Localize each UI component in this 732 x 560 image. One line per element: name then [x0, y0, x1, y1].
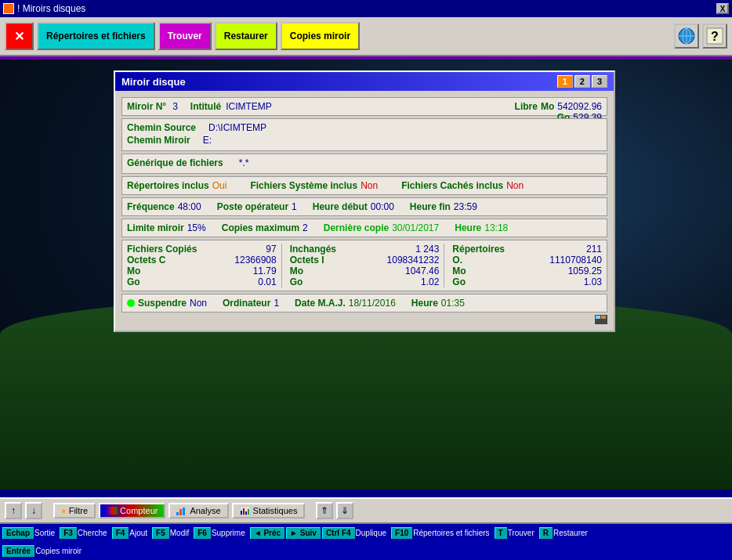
- shortcut-f4[interactable]: F4 Ajout: [112, 527, 150, 539]
- copies-max-value: 2: [303, 222, 308, 233]
- svg-rect-11: [183, 508, 185, 515]
- status-dot: [127, 299, 135, 307]
- toolbar: ✕ Répertoires et fichiers Trouver Restau…: [0, 17, 732, 56]
- shortcut-row-2: Entrée Copies miroir: [0, 542, 732, 560]
- scroll-down-button[interactable]: ↓: [25, 502, 42, 519]
- frequence-section: Fréquence 48:00 Poste opérateur 1 Heure …: [121, 197, 607, 216]
- svg-rect-13: [241, 511, 242, 515]
- title-text: ! Miroirs disques: [17, 3, 85, 14]
- help-icon[interactable]: ?: [702, 23, 727, 49]
- fichiers-copies-value: 97: [266, 244, 276, 255]
- mo-c-label: Mo: [127, 266, 140, 276]
- svg-rect-8: [601, 316, 606, 319]
- fichiers-systeme-label: Fichiers Système inclus: [250, 180, 357, 191]
- go-r-value: 1.03: [584, 276, 602, 287]
- trouver-button[interactable]: Trouver: [158, 22, 212, 50]
- fichiers-caches-value: Non: [506, 180, 524, 191]
- inchanges-label: Inchangés: [290, 244, 336, 255]
- inchanges-value: 1 243: [415, 244, 439, 255]
- miroir-info-section: Miroir N° 3 Intitulé ICIMTEMP Libre Mo 5…: [121, 97, 607, 116]
- shortcut-f10[interactable]: F10 Répertoires et fichiers: [391, 527, 493, 539]
- inclus-section: Répertoires inclus Oui Fichiers Système …: [121, 176, 607, 195]
- bottom-toolbar: ↑ ↓ ● Filtre Compteur Analyse Statistiqu…: [0, 497, 732, 524]
- tab-2[interactable]: 2: [574, 75, 590, 88]
- go-c-value: 0.01: [258, 276, 276, 287]
- repertoires-inclus-value: Oui: [212, 180, 227, 191]
- poste-op-value: 1: [292, 201, 297, 212]
- octets-c-label: Octets C: [127, 255, 165, 266]
- repertoires-fichiers-button[interactable]: Répertoires et fichiers: [37, 22, 155, 50]
- derniere-copie-label: Dernière copie: [324, 222, 389, 233]
- repertoires-stat-value: 211: [586, 244, 602, 255]
- frequence-value: 48:00: [178, 201, 201, 212]
- chemin-source-value: D:\ICIMTEMP: [208, 122, 266, 133]
- compteur-button[interactable]: Compteur: [99, 503, 165, 518]
- close-window-button[interactable]: X: [716, 3, 729, 14]
- dialog-title-bar: Miroir disque 1 2 3: [115, 72, 614, 91]
- frequence-label: Fréquence: [127, 201, 175, 212]
- date-maj-value: 18/11/2016: [349, 298, 396, 309]
- mo-i-label: Mo: [290, 266, 303, 276]
- svg-rect-16: [248, 509, 249, 515]
- shortcut-suiv[interactable]: ► Suiv: [286, 527, 321, 539]
- miroir-disque-dialog: Miroir disque 1 2 3 Miroir N° 3 Intitulé…: [114, 70, 615, 332]
- fichiers-systeme-value: Non: [361, 180, 378, 191]
- libre-mo-label: Mo: [541, 101, 554, 112]
- go-i-value: 1.02: [421, 276, 439, 287]
- generique-label: Générique de fichiers: [127, 157, 223, 168]
- copies-miroir-button[interactable]: Copies miroir: [281, 22, 360, 50]
- repertoires-inclus-label: Répertoires inclus: [127, 180, 209, 191]
- shortcut-ctrl-f4[interactable]: Ctrl F4 Duplique: [322, 527, 390, 539]
- restaurer-button[interactable]: Restaurer: [215, 22, 277, 50]
- shortcut-entree[interactable]: Entrée Copies miroir: [2, 545, 85, 557]
- sort-down-button[interactable]: ⇓: [336, 502, 353, 519]
- heure-dc-value: 13:18: [484, 222, 508, 233]
- heure-dc-label: Heure: [455, 222, 481, 233]
- octets-c-value: 12366908: [234, 255, 276, 266]
- chemin-miroir-value: E:: [203, 135, 212, 146]
- go-r-label: Go: [452, 276, 466, 287]
- miroir-num-label: Miroir N°: [127, 101, 166, 112]
- copies-max-label: Copies maximum: [222, 222, 299, 233]
- chemin-miroir-label: Chemin Miroir: [127, 135, 190, 146]
- shortcut-f3[interactable]: F3 Cherche: [60, 527, 110, 539]
- svg-rect-15: [245, 511, 247, 515]
- suspendre-label: Suspendre: [138, 298, 187, 309]
- mo-i-value: 1047.46: [405, 266, 439, 276]
- repertoires-stat-label: Répertoires: [452, 244, 505, 255]
- chemin-section: Chemin Source D:\ICIMTEMP Chemin Miroir …: [121, 118, 607, 151]
- stats-section: Fichiers Copiés 97 Octets C 12366908 Mo …: [121, 240, 607, 291]
- shortcut-f5[interactable]: F5 Modif: [152, 527, 192, 539]
- sort-up-button[interactable]: ⇑: [316, 502, 333, 519]
- shortcut-echap[interactable]: Echap Sortie: [2, 527, 58, 539]
- svg-text:?: ?: [711, 30, 719, 43]
- tab-1[interactable]: 1: [557, 75, 573, 88]
- mo-c-value: 11.79: [253, 266, 277, 276]
- svg-rect-9: [176, 512, 179, 515]
- heure-debut-value: 00:00: [371, 201, 394, 212]
- libre-mo-value: 542092.96: [557, 101, 602, 112]
- o-label: O.: [452, 255, 462, 266]
- chemin-source-label: Chemin Source: [127, 122, 196, 133]
- statistiques-button[interactable]: Statistiques: [232, 503, 306, 518]
- svg-rect-7: [596, 316, 600, 319]
- heure-debut-label: Heure début: [313, 201, 368, 212]
- miroir-num-value: 3: [172, 101, 178, 112]
- shortcut-t[interactable]: T Trouver: [495, 527, 538, 539]
- globe-icon[interactable]: [674, 23, 699, 49]
- limite-section: Limite miroir 15% Copies maximum 2 Derni…: [121, 219, 607, 237]
- shortcut-f6[interactable]: F6 Supprime: [194, 527, 248, 539]
- statistiques-icon: [240, 506, 251, 515]
- scroll-up-button[interactable]: ↑: [5, 502, 22, 519]
- poste-op-label: Poste opérateur: [217, 201, 288, 212]
- shortcut-r[interactable]: R Restaurer: [539, 527, 591, 539]
- shortcut-prec[interactable]: ◄ Préc: [250, 527, 284, 539]
- close-button[interactable]: ✕: [5, 22, 34, 50]
- filtre-button[interactable]: ● Filtre: [53, 503, 96, 518]
- tab-3[interactable]: 3: [592, 75, 607, 88]
- o-value: 1110708140: [549, 255, 602, 266]
- octets-i-value: 1098341232: [387, 255, 440, 266]
- derniere-copie-value: 30/01/2017: [392, 222, 439, 233]
- analyse-button[interactable]: Analyse: [169, 503, 228, 518]
- go-c-label: Go: [127, 276, 140, 287]
